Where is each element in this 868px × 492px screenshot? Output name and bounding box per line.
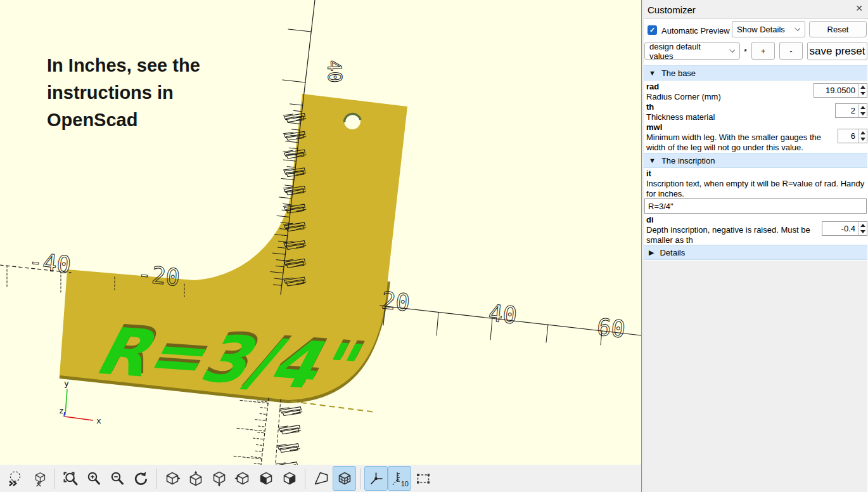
note-line-3: OpenScad	[47, 107, 200, 134]
group-header-the-inscription[interactable]: ▼ The inscription	[644, 153, 867, 168]
triad-z-label: z	[59, 406, 64, 415]
param-desc-th: Thickness material	[646, 112, 715, 122]
zoom-out-icon	[109, 470, 125, 487]
x-axis-label-60: 60	[596, 313, 627, 343]
overflow-icon	[7, 470, 23, 487]
param-desc-mwl-1: Minimum width leg. With the smaller gaug…	[646, 133, 821, 142]
panel-empty-area	[644, 261, 867, 492]
perspective-icon	[313, 470, 329, 487]
details-mode-value: Show Details	[737, 25, 785, 34]
param-desc-di-2: smaller as th	[646, 235, 693, 245]
di-spinbox[interactable]: -0.4	[822, 221, 867, 236]
spinner-arrows-icon[interactable]	[858, 84, 867, 97]
mwl-value: 6	[838, 129, 858, 143]
param-name-mwl: mwl	[646, 122, 662, 132]
reset-view-button[interactable]	[129, 466, 152, 491]
param-desc-it-2: for inches.	[646, 189, 684, 198]
modified-indicator: *	[744, 47, 747, 56]
view-bottom-button[interactable]	[207, 466, 231, 491]
view-right-button[interactable]	[160, 466, 184, 491]
preset-combo[interactable]: design default values	[644, 42, 740, 60]
view-boundary-icon	[415, 470, 431, 487]
scale-badge-label: 10	[401, 480, 409, 488]
param-name-di: di	[646, 215, 654, 224]
toolbar-overflow-button[interactable]	[3, 466, 27, 491]
openscad-window: R=3/4" R=3/4"	[0, 0, 868, 492]
param-name-it: it	[646, 169, 651, 178]
mwl-spinbox[interactable]: 6	[838, 129, 867, 143]
group-header-the-base[interactable]: ▼ The base	[644, 65, 867, 81]
add-preset-label: +	[761, 46, 766, 56]
zoom-fit-icon	[62, 470, 79, 487]
triad-x-label: x	[96, 416, 101, 425]
reset-view-icon	[132, 470, 149, 487]
save-preset-button[interactable]: save preset	[807, 42, 867, 60]
note-line-2: instructions in	[47, 79, 200, 107]
view-front-button[interactable]	[254, 466, 278, 491]
x-axis-label-40: 40	[487, 299, 518, 329]
automatic-preview-checkbox[interactable]: ✓	[648, 25, 657, 35]
x-axis-label-neg20: -20	[136, 260, 181, 292]
zoom-in-icon	[86, 470, 102, 487]
param-desc-it-1: Inscription text, when empty it will be …	[646, 179, 864, 188]
3d-viewport[interactable]: R=3/4" R=3/4"	[0, 0, 641, 492]
zoom-in-button[interactable]	[82, 466, 105, 491]
automatic-preview-label: Automatic Preview	[661, 26, 730, 36]
view-toolbar: 10	[0, 465, 641, 492]
chevron-down-icon	[795, 25, 800, 31]
save-preset-label: save preset	[810, 45, 865, 58]
rad-value: 19.0500	[814, 84, 858, 97]
group-header-details[interactable]: ▶ Details	[644, 245, 867, 260]
radius-gauge-model[interactable]: R=3/4" R=3/4"	[60, 94, 407, 412]
remove-preset-button[interactable]: -	[779, 42, 803, 60]
close-icon[interactable]: ✕	[855, 3, 863, 13]
remove-preset-label: -	[789, 46, 792, 56]
view-top-icon	[188, 470, 204, 487]
th-value: 2	[836, 104, 858, 117]
x-axis-label-20: 20	[380, 287, 411, 316]
param-desc-di-1: Depth inscription, negative is raised. M…	[646, 225, 810, 235]
th-spinbox[interactable]: 2	[835, 103, 867, 118]
spinner-arrows-icon[interactable]	[858, 129, 867, 143]
param-name-th: th	[646, 102, 654, 112]
toolbar-separator	[54, 469, 54, 489]
group-title: The inscription	[661, 156, 715, 165]
reset-button-label: Reset	[827, 25, 849, 34]
collapse-triangle-icon: ▼	[649, 157, 656, 164]
customizer-titlebar: Customizer ✕	[644, 0, 868, 19]
param-desc-rad: Radius Corner (mm)	[646, 92, 721, 101]
view-boundary-button[interactable]	[411, 466, 435, 491]
show-axes-icon	[368, 470, 385, 487]
zoom-out-button[interactable]	[105, 466, 129, 491]
param-desc-mwl-2: width of the leg will not go under this …	[646, 143, 803, 152]
view-left-button[interactable]	[231, 466, 254, 491]
view-right-icon	[164, 470, 181, 487]
view-bottom-icon	[211, 470, 227, 487]
view-front-icon	[258, 470, 274, 487]
note-line-1: In Inches, see the	[47, 52, 200, 79]
spinner-arrows-icon[interactable]	[858, 104, 867, 117]
view-all-button[interactable]	[27, 466, 50, 491]
spinner-arrows-icon[interactable]	[858, 222, 867, 235]
preset-combo-value: design default values	[649, 42, 725, 61]
view-left-icon	[234, 470, 251, 487]
show-axes-button[interactable]	[364, 466, 388, 491]
view-top-button[interactable]	[184, 466, 207, 491]
reset-button[interactable]: Reset	[809, 21, 867, 37]
collapsed-triangle-icon: ▶	[649, 249, 654, 257]
rad-spinbox[interactable]: 19.0500	[814, 83, 867, 98]
y-axis-label-40: 40	[323, 60, 346, 83]
customizer-title: Customizer	[648, 4, 696, 15]
view-all-icon	[30, 470, 47, 487]
view-back-icon	[281, 470, 298, 487]
show-scale-markers-button[interactable]: 10	[388, 466, 411, 491]
perspective-button[interactable]	[309, 466, 333, 491]
details-mode-combo[interactable]: Show Details	[732, 21, 805, 37]
add-preset-button[interactable]: +	[751, 42, 775, 60]
group-title: Details	[660, 248, 685, 257]
view-back-button[interactable]	[278, 466, 301, 491]
zoom-fit-button[interactable]	[58, 466, 82, 491]
toolbar-separator	[156, 469, 156, 489]
inscription-text-input[interactable]	[644, 198, 867, 214]
orthogonal-button[interactable]	[333, 466, 356, 491]
